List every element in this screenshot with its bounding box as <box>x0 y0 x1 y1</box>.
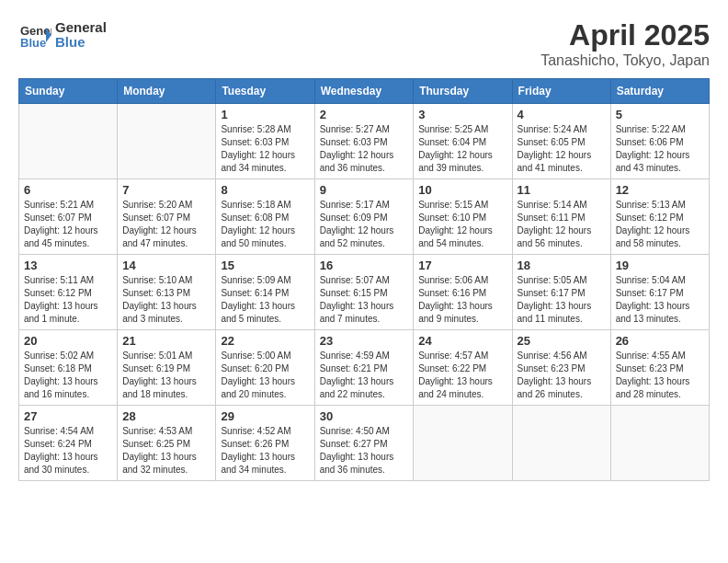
calendar-table: SundayMondayTuesdayWednesdayThursdayFrid… <box>18 78 710 481</box>
calendar-cell: 27Sunrise: 4:54 AM Sunset: 6:24 PM Dayli… <box>19 406 118 481</box>
calendar-cell: 14Sunrise: 5:10 AM Sunset: 6:13 PM Dayli… <box>118 255 216 330</box>
calendar-cell: 1Sunrise: 5:28 AM Sunset: 6:03 PM Daylig… <box>216 104 314 179</box>
weekday-header-monday: Monday <box>118 79 216 104</box>
day-detail: Sunrise: 4:52 AM Sunset: 6:26 PM Dayligh… <box>221 425 309 477</box>
logo-line2: Blue <box>55 35 107 51</box>
calendar-cell: 29Sunrise: 4:52 AM Sunset: 6:26 PM Dayli… <box>216 406 314 481</box>
calendar-cell: 13Sunrise: 5:11 AM Sunset: 6:12 PM Dayli… <box>19 255 118 330</box>
day-number: 13 <box>24 259 112 272</box>
calendar-cell: 5Sunrise: 5:22 AM Sunset: 6:06 PM Daylig… <box>610 104 709 179</box>
day-detail: Sunrise: 5:09 AM Sunset: 6:14 PM Dayligh… <box>221 274 309 326</box>
calendar-cell: 22Sunrise: 5:00 AM Sunset: 6:20 PM Dayli… <box>216 330 314 406</box>
calendar-cell: 3Sunrise: 5:25 AM Sunset: 6:04 PM Daylig… <box>414 104 512 179</box>
day-detail: Sunrise: 5:14 AM Sunset: 6:11 PM Dayligh… <box>518 199 606 250</box>
calendar-cell: 17Sunrise: 5:06 AM Sunset: 6:16 PM Dayli… <box>414 255 512 330</box>
calendar-cell: 24Sunrise: 4:57 AM Sunset: 6:22 PM Dayli… <box>414 330 512 406</box>
day-number: 29 <box>221 409 309 423</box>
day-detail: Sunrise: 5:22 AM Sunset: 6:06 PM Dayligh… <box>616 123 704 175</box>
day-detail: Sunrise: 5:25 AM Sunset: 6:04 PM Dayligh… <box>418 123 506 175</box>
day-number: 1 <box>221 108 309 121</box>
day-number: 15 <box>221 259 309 272</box>
day-number: 7 <box>122 183 210 197</box>
weekday-header-thursday: Thursday <box>414 79 512 104</box>
day-detail: Sunrise: 4:57 AM Sunset: 6:22 PM Dayligh… <box>418 350 506 401</box>
day-detail: Sunrise: 4:54 AM Sunset: 6:24 PM Dayligh… <box>24 425 112 477</box>
calendar-cell: 18Sunrise: 5:05 AM Sunset: 6:17 PM Dayli… <box>512 255 610 330</box>
weekday-header-sunday: Sunday <box>19 79 118 104</box>
weekday-header-row: SundayMondayTuesdayWednesdayThursdayFrid… <box>19 79 710 104</box>
calendar-cell: 8Sunrise: 5:18 AM Sunset: 6:08 PM Daylig… <box>216 179 314 255</box>
calendar-cell <box>610 406 709 481</box>
day-number: 19 <box>616 259 704 272</box>
calendar-cell: 12Sunrise: 5:13 AM Sunset: 6:12 PM Dayli… <box>610 179 709 255</box>
page-header: General Blue General Blue April 2025 Tan… <box>18 18 710 69</box>
logo-line1: General <box>55 20 107 36</box>
calendar-cell: 7Sunrise: 5:20 AM Sunset: 6:07 PM Daylig… <box>118 179 216 255</box>
day-detail: Sunrise: 5:05 AM Sunset: 6:17 PM Dayligh… <box>518 274 606 326</box>
calendar-cell: 16Sunrise: 5:07 AM Sunset: 6:15 PM Dayli… <box>314 255 414 330</box>
logo-icon: General Blue <box>18 18 51 52</box>
day-number: 2 <box>320 108 409 121</box>
calendar-cell: 20Sunrise: 5:02 AM Sunset: 6:18 PM Dayli… <box>19 330 118 406</box>
week-row-5: 27Sunrise: 4:54 AM Sunset: 6:24 PM Dayli… <box>19 406 710 481</box>
day-detail: Sunrise: 5:15 AM Sunset: 6:10 PM Dayligh… <box>418 199 506 250</box>
day-detail: Sunrise: 5:10 AM Sunset: 6:13 PM Dayligh… <box>122 274 210 326</box>
calendar-cell: 11Sunrise: 5:14 AM Sunset: 6:11 PM Dayli… <box>512 179 610 255</box>
day-number: 17 <box>418 259 506 272</box>
day-detail: Sunrise: 5:01 AM Sunset: 6:19 PM Dayligh… <box>122 350 210 401</box>
day-detail: Sunrise: 5:07 AM Sunset: 6:15 PM Dayligh… <box>320 274 409 326</box>
day-detail: Sunrise: 5:11 AM Sunset: 6:12 PM Dayligh… <box>24 274 112 326</box>
day-number: 25 <box>518 334 606 348</box>
day-detail: Sunrise: 5:20 AM Sunset: 6:07 PM Dayligh… <box>122 199 210 250</box>
day-detail: Sunrise: 5:17 AM Sunset: 6:09 PM Dayligh… <box>320 199 409 250</box>
day-number: 5 <box>616 108 704 121</box>
calendar-cell <box>414 406 512 481</box>
day-detail: Sunrise: 5:06 AM Sunset: 6:16 PM Dayligh… <box>418 274 506 326</box>
calendar-cell <box>118 104 216 179</box>
day-detail: Sunrise: 4:56 AM Sunset: 6:23 PM Dayligh… <box>518 350 606 401</box>
weekday-header-tuesday: Tuesday <box>216 79 314 104</box>
weekday-header-saturday: Saturday <box>610 79 709 104</box>
calendar-cell: 6Sunrise: 5:21 AM Sunset: 6:07 PM Daylig… <box>19 179 118 255</box>
day-number: 26 <box>616 334 704 348</box>
calendar-cell <box>19 104 118 179</box>
logo: General Blue General Blue <box>18 18 107 52</box>
day-number: 11 <box>518 183 606 197</box>
day-number: 6 <box>24 183 112 197</box>
day-number: 28 <box>122 409 210 423</box>
location: Tanashicho, Tokyo, Japan <box>540 52 710 69</box>
day-number: 30 <box>320 409 409 423</box>
day-detail: Sunrise: 5:02 AM Sunset: 6:18 PM Dayligh… <box>24 350 112 401</box>
day-detail: Sunrise: 5:28 AM Sunset: 6:03 PM Dayligh… <box>221 123 309 175</box>
week-row-3: 13Sunrise: 5:11 AM Sunset: 6:12 PM Dayli… <box>19 255 710 330</box>
day-detail: Sunrise: 5:13 AM Sunset: 6:12 PM Dayligh… <box>616 199 704 250</box>
day-detail: Sunrise: 5:24 AM Sunset: 6:05 PM Dayligh… <box>518 123 606 175</box>
weekday-header-wednesday: Wednesday <box>314 79 414 104</box>
title-block: April 2025 Tanashicho, Tokyo, Japan <box>540 18 710 69</box>
calendar-cell: 19Sunrise: 5:04 AM Sunset: 6:17 PM Dayli… <box>610 255 709 330</box>
day-number: 16 <box>320 259 409 272</box>
calendar-cell: 28Sunrise: 4:53 AM Sunset: 6:25 PM Dayli… <box>118 406 216 481</box>
calendar-cell: 4Sunrise: 5:24 AM Sunset: 6:05 PM Daylig… <box>512 104 610 179</box>
day-detail: Sunrise: 5:21 AM Sunset: 6:07 PM Dayligh… <box>24 199 112 250</box>
month-title: April 2025 <box>540 18 710 52</box>
calendar-cell: 21Sunrise: 5:01 AM Sunset: 6:19 PM Dayli… <box>118 330 216 406</box>
day-detail: Sunrise: 4:50 AM Sunset: 6:27 PM Dayligh… <box>320 425 409 477</box>
day-detail: Sunrise: 5:18 AM Sunset: 6:08 PM Dayligh… <box>221 199 309 250</box>
day-number: 18 <box>518 259 606 272</box>
calendar-cell <box>512 406 610 481</box>
day-number: 27 <box>24 409 112 423</box>
week-row-1: 1Sunrise: 5:28 AM Sunset: 6:03 PM Daylig… <box>19 104 710 179</box>
svg-text:Blue: Blue <box>20 36 46 50</box>
day-number: 8 <box>221 183 309 197</box>
day-detail: Sunrise: 4:53 AM Sunset: 6:25 PM Dayligh… <box>122 425 210 477</box>
weekday-header-friday: Friday <box>512 79 610 104</box>
day-number: 12 <box>616 183 704 197</box>
day-detail: Sunrise: 5:27 AM Sunset: 6:03 PM Dayligh… <box>320 123 409 175</box>
day-number: 20 <box>24 334 112 348</box>
calendar-cell: 23Sunrise: 4:59 AM Sunset: 6:21 PM Dayli… <box>314 330 414 406</box>
calendar-cell: 10Sunrise: 5:15 AM Sunset: 6:10 PM Dayli… <box>414 179 512 255</box>
day-detail: Sunrise: 5:04 AM Sunset: 6:17 PM Dayligh… <box>616 274 704 326</box>
day-detail: Sunrise: 4:55 AM Sunset: 6:23 PM Dayligh… <box>616 350 704 401</box>
day-number: 22 <box>221 334 309 348</box>
